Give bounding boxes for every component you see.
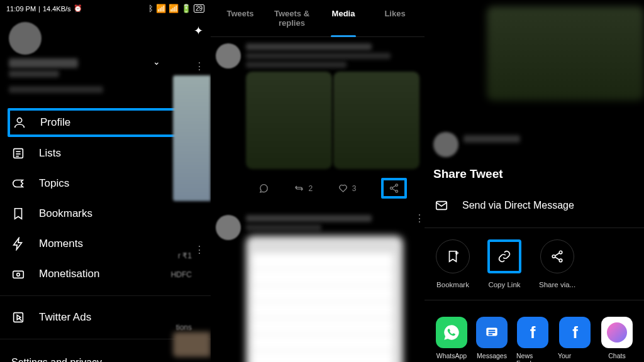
tweet-text (246, 224, 321, 231)
svg-line-19 (555, 253, 559, 256)
mail-icon (435, 199, 448, 212)
tweet-media[interactable] (246, 72, 332, 169)
tweet-media[interactable] (333, 72, 419, 169)
more-icon[interactable]: ⋮ (194, 244, 204, 256)
like-count: 3 (352, 184, 357, 193)
chevron-down-icon[interactable]: ⌄ (153, 57, 160, 67)
bg-name (464, 135, 520, 143)
divider (0, 295, 211, 296)
app-messages[interactable]: Messages (476, 317, 508, 362)
link-icon (497, 250, 511, 263)
avatar[interactable] (9, 22, 42, 55)
whatsapp-icon (436, 317, 467, 348)
app-label: News Feed (516, 352, 549, 362)
menu-label: Moments (39, 238, 83, 250)
messages-icon (476, 317, 508, 348)
alarm-icon: ⏰ (74, 4, 82, 13)
more-icon[interactable]: ⋮ (414, 212, 425, 224)
like-button[interactable]: 3 (338, 183, 357, 194)
app-label: Your groups (558, 352, 592, 362)
bluetooth-icon: ᛒ (148, 4, 153, 13)
monetisation-icon (11, 267, 25, 281)
signal-icon: 📶 (156, 4, 166, 13)
bookmarks-icon (11, 207, 25, 221)
bookmark-add-icon (446, 250, 460, 263)
menu-bookmarks[interactable]: Bookmarks (0, 199, 211, 229)
topics-icon (11, 177, 25, 190)
share-button[interactable] (381, 178, 407, 199)
sparkle-icon[interactable]: ✦ (194, 24, 203, 38)
opt-label: Share via... (539, 281, 575, 288)
svg-line-20 (555, 257, 559, 260)
menu-label: Topics (39, 177, 69, 190)
lists-icon (11, 146, 25, 160)
wifi-icon: 📶 (169, 4, 179, 13)
svg-line-12 (392, 189, 396, 191)
divider (425, 228, 644, 228)
bg-tions: tions (176, 323, 192, 332)
messenger-icon (601, 317, 633, 348)
status-net: 14.4KB/s (43, 5, 71, 13)
dm-label: Send via Direct Message (462, 200, 574, 211)
tab-media[interactable]: Media (318, 0, 369, 36)
bg-card (173, 332, 211, 357)
svg-point-0 (17, 118, 21, 123)
more-icon[interactable]: ⋮ (194, 60, 204, 72)
app-newsfeed[interactable]: fNews Feed (516, 317, 549, 362)
moments-icon (11, 237, 25, 251)
app-whatsapp[interactable]: WhatsApp (436, 317, 467, 362)
menu-label: Profile (40, 116, 70, 129)
battery-pct: 29 (194, 4, 204, 13)
display-name (9, 58, 78, 68)
svg-line-11 (392, 185, 396, 188)
share-icon (550, 250, 564, 263)
tweet-header (246, 215, 372, 222)
bookmark-button[interactable]: Bookmark (436, 239, 470, 288)
share-via-button[interactable]: Share via... (539, 239, 575, 288)
tweet-avatar[interactable] (216, 43, 241, 69)
bg-price: r ₹1 (178, 251, 192, 260)
menu-label: Bookmarks (39, 207, 92, 220)
reply-button[interactable] (258, 183, 269, 194)
bg-bank: HDFC (171, 270, 192, 279)
tweet[interactable]: ⋮ (211, 209, 425, 362)
tab-tweets[interactable]: Tweets (214, 0, 266, 36)
battery-icon: 🔋 (181, 4, 191, 13)
ads-icon (11, 310, 25, 324)
opt-label: Copy Link (488, 281, 520, 288)
tweet-text (246, 53, 391, 59)
tab-replies[interactable]: Tweets & replies (266, 0, 318, 36)
retweet-count: 2 (308, 184, 313, 193)
menu-label: Lists (39, 147, 61, 160)
app-chats[interactable]: Chats (601, 317, 633, 362)
bg-media (487, 6, 644, 101)
follow-stats (9, 86, 103, 93)
tab-likes[interactable]: Likes (369, 0, 421, 36)
status-bar: 11:09 PM | 14.4KB/s ⏰ ᛒ 📶 📶 🔋 29 (0, 0, 211, 17)
status-time: 11:09 PM (6, 5, 36, 13)
divider (425, 300, 644, 300)
share-sheet: Share Tweet Send via Direct Message Book… (425, 157, 644, 362)
app-label: Chats (608, 352, 625, 359)
bg-avatar (433, 132, 458, 157)
svg-point-6 (17, 273, 20, 277)
opt-label: Bookmark (436, 281, 469, 288)
profile-tabs: Tweets Tweets & replies Media Likes (211, 0, 425, 37)
tweet-header (246, 43, 372, 50)
send-dm-button[interactable]: Send via Direct Message (433, 192, 635, 219)
tweet-text (246, 62, 347, 68)
app-label: Messages (477, 352, 507, 359)
tweet-avatar[interactable] (216, 215, 241, 240)
tweet[interactable]: 2 3 (211, 37, 425, 209)
facebook-icon: f (559, 317, 591, 348)
app-label: WhatsApp (436, 352, 467, 359)
menu-label: Twitter Ads (39, 311, 91, 324)
background-image (173, 75, 211, 201)
tweet-media[interactable] (246, 236, 403, 362)
svg-rect-5 (13, 271, 24, 278)
app-groups[interactable]: fYour groups (558, 317, 592, 362)
profile-icon (13, 116, 26, 129)
copy-link-button[interactable]: Copy Link (487, 239, 521, 288)
retweet-button[interactable]: 2 (294, 183, 313, 194)
handle (9, 70, 59, 77)
